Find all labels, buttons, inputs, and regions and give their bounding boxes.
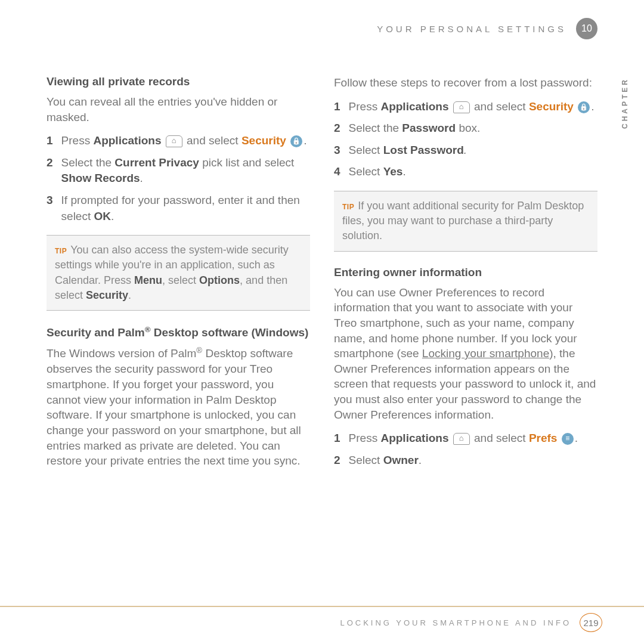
lock-icon xyxy=(290,135,302,147)
label-yes: Yes xyxy=(383,165,403,178)
step-text: . xyxy=(419,454,422,466)
step-number: 1 xyxy=(334,99,340,115)
label-owner: Owner xyxy=(383,454,419,466)
label-prefs: Prefs xyxy=(529,432,558,444)
step-number: 4 xyxy=(334,164,340,180)
page-footer: LOCKING YOUR SMARTPHONE AND INFO 219 xyxy=(0,606,644,632)
step-text: . xyxy=(464,144,467,156)
step-number: 1 xyxy=(334,431,340,447)
paragraph-owner-information: You can use Owner Preferences to record … xyxy=(334,285,597,423)
label-menu: Menu xyxy=(134,274,162,286)
chapter-number-badge: 10 xyxy=(576,18,597,39)
label-lost-password: Lost Password xyxy=(383,144,464,156)
step-text: . xyxy=(304,134,306,147)
step-text: Select xyxy=(349,454,383,466)
label-options: Options xyxy=(199,274,240,286)
tip-box-security-settings: TIPYou can also access the system-wide s… xyxy=(47,235,310,311)
step-number: 2 xyxy=(334,453,340,469)
heading-viewing-private: Viewing all private records xyxy=(47,75,310,88)
lock-icon xyxy=(578,101,590,113)
step-number: 3 xyxy=(334,143,340,159)
home-icon xyxy=(166,135,182,147)
step-text: Press xyxy=(61,134,94,147)
step-text: box. xyxy=(456,122,480,134)
tip-text: , select xyxy=(162,274,199,286)
tip-text: If you want additional security for Palm… xyxy=(342,200,584,242)
step-text: Press xyxy=(349,100,381,113)
step-text: pick list and select xyxy=(199,156,294,169)
step-text: Select xyxy=(349,144,383,156)
tip-label: TIP xyxy=(55,247,67,255)
step-text: . xyxy=(575,432,578,444)
step-number: 2 xyxy=(334,120,340,137)
heading-owner-information: Entering owner information xyxy=(334,266,597,279)
step-number: 3 xyxy=(47,193,53,224)
label-current-privacy: Current Privacy xyxy=(114,156,199,169)
label-security: Security xyxy=(86,289,128,301)
label-ok: OK xyxy=(94,210,112,222)
paragraph-palm-desktop: The Windows version of Palm® Desktop sof… xyxy=(47,345,310,468)
step-text: and select xyxy=(471,100,529,113)
intro-recover-password: Follow these steps to recover from a los… xyxy=(334,75,597,91)
heading-security-palm-desktop: Security and Palm® Desktop software (Win… xyxy=(47,325,310,339)
tip-box-third-party: TIPIf you want additional security for P… xyxy=(334,191,597,252)
label-show-records: Show Records xyxy=(61,172,140,184)
step-text: . xyxy=(402,165,405,178)
home-icon xyxy=(453,433,470,445)
step-text: and select xyxy=(471,432,529,444)
prefs-icon xyxy=(562,433,574,445)
step-number: 1 xyxy=(47,133,53,149)
home-icon xyxy=(453,101,470,113)
tip-text: . xyxy=(128,289,131,301)
step-text: . xyxy=(591,100,594,113)
step-text: Select the xyxy=(61,156,115,169)
link-locking-smartphone[interactable]: Locking your smartphone xyxy=(422,347,549,360)
steps-owner-information: 1 Press Applications and select Prefs . … xyxy=(334,431,597,468)
left-column: Viewing all private records You can reve… xyxy=(47,75,310,479)
step-text: and select xyxy=(184,134,242,147)
step-text: Press xyxy=(349,432,381,444)
label-security: Security xyxy=(529,100,574,113)
step-number: 2 xyxy=(47,155,53,187)
step-text: Select xyxy=(349,165,383,178)
intro-viewing-private: You can reveal all the entries you've hi… xyxy=(47,94,310,125)
steps-viewing-private: 1 Press Applications and select Security… xyxy=(47,133,310,224)
tip-label: TIP xyxy=(342,203,354,211)
label-applications: Applications xyxy=(380,100,448,113)
step-text: . xyxy=(111,210,114,222)
label-applications: Applications xyxy=(93,134,161,147)
label-password: Password xyxy=(402,122,456,134)
steps-recover-password: 1 Press Applications and select Security… xyxy=(334,99,597,180)
step-text: Select the xyxy=(349,122,402,134)
chapter-side-label: CHAPTER xyxy=(621,78,629,129)
label-security: Security xyxy=(242,134,286,147)
step-text: . xyxy=(140,172,143,184)
label-applications: Applications xyxy=(380,432,448,444)
page-number: 219 xyxy=(580,613,602,632)
footer-section-label: LOCKING YOUR SMARTPHONE AND INFO xyxy=(340,618,571,627)
header-title: YOUR PERSONAL SETTINGS xyxy=(377,24,566,34)
right-column: Follow these steps to recover from a los… xyxy=(334,75,597,479)
